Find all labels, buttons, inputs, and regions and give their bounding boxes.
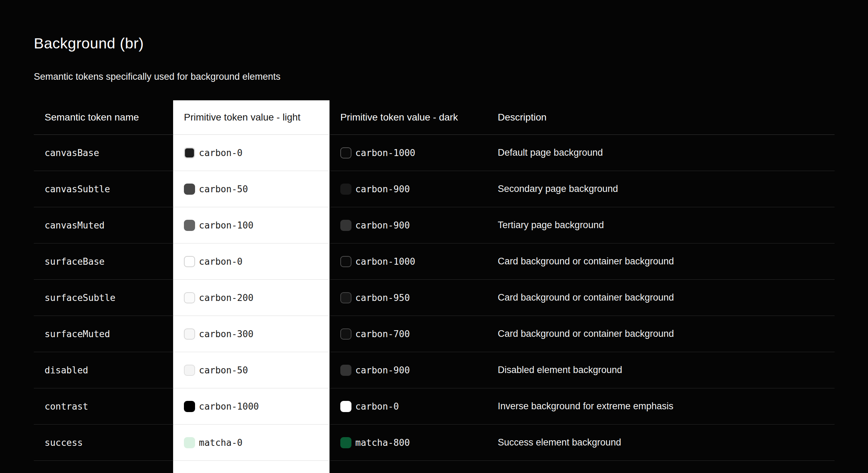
dark-color-swatch (340, 292, 351, 303)
description-cell: Secondary page background (487, 171, 835, 207)
table-row: disabled carbon-50 carbon-900 Disabled e… (34, 352, 835, 388)
dark-color-swatch (340, 437, 351, 448)
semantic-token-name: canvasBase (45, 148, 99, 158)
token-description: Card background or container background (498, 256, 674, 267)
primitive-value-light-cell: carbon-300 (173, 316, 330, 352)
primitive-value-dark-cell: carbon-1000 (330, 135, 487, 171)
semantic-token-name-cell: success (34, 425, 173, 461)
page-subtitle: Semantic tokens specifically used for ba… (34, 71, 280, 82)
primitive-value-light-cell: carbon-1000 (173, 388, 330, 425)
token-description: Tertiary page background (498, 220, 604, 231)
header-label: Primitive token value - light (184, 112, 301, 123)
light-color-swatch (184, 365, 195, 376)
semantic-token-name-cell: canvasSubtle (34, 171, 173, 207)
table-row: surfaceMuted carbon-300 carbon-700 Card … (34, 316, 835, 352)
table-row: surfaceSubtle carbon-200 carbon-950 Card… (34, 280, 835, 316)
semantic-token-name-cell: contrast (34, 388, 173, 425)
light-token-value: matcha-0 (199, 437, 242, 448)
token-documentation-page: { "page": { "title": "Background (br)", … (0, 0, 868, 473)
semantic-token-name: surfaceSubtle (45, 293, 116, 303)
semantic-token-name-cell: disabled (34, 352, 173, 388)
light-color-swatch (184, 184, 195, 195)
primitive-value-dark-cell: carbon-1000 (330, 243, 487, 280)
description-cell: Card background or container background (487, 280, 835, 316)
description-cell: Default page background (487, 135, 835, 171)
primitive-value-dark-cell: carbon-900 (330, 352, 487, 388)
dark-token-value: carbon-900 (355, 365, 410, 375)
table-row: contrast carbon-1000 carbon-0 Inverse ba… (34, 388, 835, 425)
light-token-value: carbon-200 (199, 293, 254, 303)
primitive-value-dark-cell: matcha-800 (330, 425, 487, 461)
description-cell: Disabled element background (487, 352, 835, 388)
light-token-value: carbon-0 (199, 256, 242, 267)
light-token-value: carbon-50 (199, 184, 248, 194)
page-title: Background (br) (34, 35, 144, 52)
table-row: surfaceBase carbon-0 carbon-1000 Card ba… (34, 243, 835, 280)
token-table: Semantic token name Primitive token valu… (34, 100, 835, 473)
light-token-value: carbon-1000 (199, 401, 259, 412)
header-description: Description (487, 100, 835, 135)
header-primitive-value-light: Primitive token value - light (173, 100, 330, 135)
dark-token-value: matcha-800 (355, 437, 410, 448)
dark-token-value: carbon-700 (355, 329, 410, 339)
description-cell: Inverse background for extreme emphasis (487, 388, 835, 425)
semantic-token-name: surfaceBase (45, 256, 104, 267)
dark-color-swatch (340, 401, 351, 412)
primitive-value-dark-cell: carbon-950 (330, 280, 487, 316)
primitive-value-dark-cell: carbon-0 (330, 388, 487, 425)
light-color-swatch (184, 220, 195, 231)
dark-token-value: carbon-1000 (355, 148, 415, 158)
semantic-token-name-cell: surfaceMuted (34, 316, 173, 352)
table-row: success matcha-0 matcha-800 Success elem… (34, 425, 835, 461)
semantic-token-name-cell: canvasBase (34, 135, 173, 171)
dark-color-swatch (340, 184, 351, 195)
semantic-token-name-cell: canvasMuted (34, 207, 173, 243)
semantic-token-name: success (45, 437, 83, 448)
dark-color-swatch (340, 220, 351, 231)
description-cell: Card background or container background (487, 316, 835, 352)
description-cell: Tertiary page background (487, 207, 835, 243)
semantic-token-name: disabled (45, 365, 88, 375)
header-label: Primitive token value - dark (340, 112, 458, 123)
dark-color-swatch (340, 328, 351, 340)
light-color-swatch (184, 256, 195, 267)
token-description: Default page background (498, 147, 603, 158)
dark-color-swatch (340, 256, 351, 267)
semantic-token-name-cell: surfaceBase (34, 243, 173, 280)
header-primitive-value-dark: Primitive token value - dark (330, 100, 487, 135)
primitive-value-dark-cell: carbon-900 (330, 207, 487, 243)
primitive-value-dark-cell: carbon-900 (330, 171, 487, 207)
dark-color-swatch (340, 147, 351, 158)
dark-token-value: carbon-900 (355, 220, 410, 231)
token-description: Card background or container background (498, 292, 674, 303)
dark-color-swatch (340, 365, 351, 376)
dark-token-value: carbon-1000 (355, 256, 415, 267)
header-label: Semantic token name (45, 112, 139, 123)
primitive-value-dark-cell: carbon-700 (330, 316, 487, 352)
primitive-value-light-cell: carbon-100 (173, 207, 330, 243)
primitive-value-light-cell: matcha-0 (173, 425, 330, 461)
header-semantic-token-name: Semantic token name (34, 100, 173, 135)
semantic-token-name: surfaceMuted (45, 329, 110, 339)
token-description: Secondary page background (498, 184, 618, 194)
token-description: Success element background (498, 437, 621, 448)
light-token-value: carbon-0 (199, 148, 242, 158)
primitive-value-light-cell: carbon-50 (173, 352, 330, 388)
dark-token-value: carbon-900 (355, 184, 410, 194)
semantic-token-name: canvasMuted (45, 220, 104, 231)
light-color-swatch (184, 328, 195, 340)
light-token-value: carbon-300 (199, 329, 254, 339)
table-header-row: Semantic token name Primitive token valu… (34, 100, 835, 135)
semantic-token-name-cell: surfaceSubtle (34, 280, 173, 316)
header-label: Description (498, 112, 547, 123)
primitive-value-light-cell: carbon-200 (173, 280, 330, 316)
dark-token-value: carbon-0 (355, 401, 399, 412)
description-cell: Card background or container background (487, 243, 835, 280)
description-cell: Success element background (487, 425, 835, 461)
light-color-swatch (184, 292, 195, 303)
primitive-value-light-cell: carbon-0 (173, 135, 330, 171)
semantic-token-name: contrast (45, 401, 88, 412)
table-row: canvasMuted carbon-100 carbon-900 Tertia… (34, 207, 835, 243)
primitive-value-light-cell: carbon-50 (173, 171, 330, 207)
light-token-value: carbon-100 (199, 220, 254, 231)
